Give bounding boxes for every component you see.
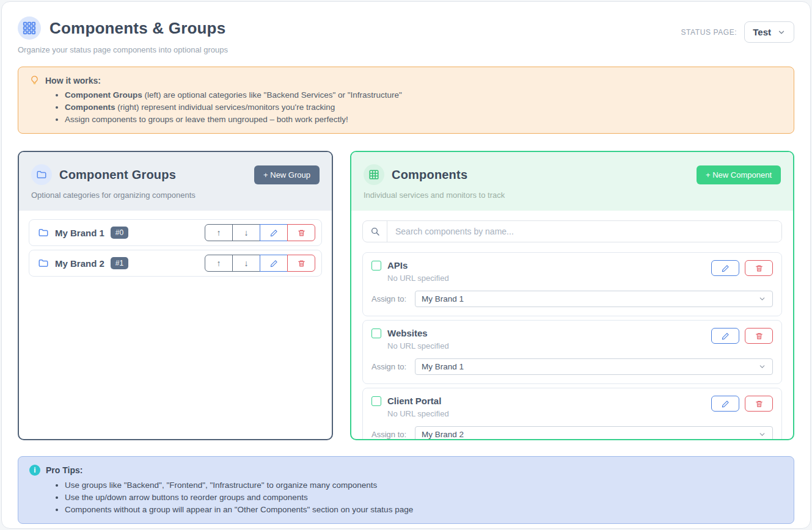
trash-icon — [298, 260, 305, 267]
new-component-button[interactable]: + New Component — [697, 165, 781, 184]
pencil-icon — [722, 400, 730, 408]
assign-group-select[interactable]: My Brand 1 — [415, 291, 773, 307]
components-title: Components — [392, 168, 467, 182]
folder-icon — [31, 164, 52, 185]
components-grid-icon — [18, 16, 41, 40]
move-group-up-button[interactable]: ↑ — [205, 255, 233, 272]
delete-group-button[interactable] — [287, 255, 315, 272]
folder-icon — [38, 258, 49, 269]
how-it-works-list: Component Groups (left) are optional cat… — [65, 90, 783, 124]
trash-icon — [755, 264, 763, 272]
edit-component-button[interactable] — [711, 328, 739, 344]
chevron-down-icon — [758, 295, 766, 303]
component-groups-title: Component Groups — [59, 168, 176, 182]
component-name: Websites — [387, 328, 428, 338]
edit-component-button[interactable] — [711, 396, 739, 412]
assign-to-label: Assign to: — [371, 362, 406, 371]
component-card: APIs No URL specified Assign to: My Bran… — [362, 252, 782, 316]
component-checkbox[interactable] — [371, 261, 381, 270]
trash-icon — [755, 400, 763, 408]
component-card: Client Portal No URL specified Assign to… — [362, 388, 782, 440]
chevron-down-icon — [777, 28, 786, 37]
pro-tips-item: Use groups like "Backend", "Frontend", "… — [65, 481, 783, 490]
assign-to-label: Assign to: — [371, 294, 406, 303]
assign-group-select[interactable]: My Brand 1 — [415, 358, 773, 375]
pencil-icon — [722, 332, 730, 340]
components-panel: Components + New Component Individual se… — [350, 151, 794, 440]
info-icon: i — [29, 465, 40, 476]
delete-component-button[interactable] — [745, 396, 773, 412]
components-header: Components + New Component Individual se… — [351, 152, 793, 211]
component-actions — [711, 396, 773, 412]
group-row: My Brand 2 #1 ↑ ↓ — [29, 250, 322, 277]
how-it-works-box: How it works: Component Groups (left) ar… — [18, 67, 794, 134]
header-left: Components & Groups Organize your status… — [18, 16, 228, 54]
group-order-badge: #0 — [111, 227, 128, 239]
how-it-works-item: Component Groups (left) are optional cat… — [65, 90, 783, 100]
group-actions: ↑ ↓ — [205, 224, 315, 241]
component-groups-panel: Component Groups + New Group Optional ca… — [18, 151, 333, 440]
page-subtitle: Organize your status page components int… — [18, 45, 228, 54]
delete-component-button[interactable] — [745, 328, 773, 344]
status-page-select[interactable]: Test — [744, 21, 794, 43]
table-grid-icon — [364, 164, 384, 185]
move-group-down-button[interactable]: ↓ — [232, 255, 260, 272]
pro-tips-item: Use the up/down arrow buttons to reorder… — [65, 493, 783, 502]
group-order-badge: #1 — [111, 257, 128, 269]
delete-group-button[interactable] — [287, 224, 315, 241]
pencil-icon — [270, 260, 278, 267]
how-it-works-title: How it works: — [45, 76, 101, 85]
delete-component-button[interactable] — [745, 260, 773, 276]
pencil-icon — [722, 264, 730, 272]
component-actions — [711, 260, 773, 276]
search-input[interactable] — [387, 221, 781, 242]
page: Components & Groups Organize your status… — [1, 1, 811, 529]
pro-tips-list: Use groups like "Backend", "Frontend", "… — [65, 481, 783, 514]
status-page-picker: STATUS PAGE: Test — [681, 21, 794, 43]
move-group-up-button[interactable]: ↑ — [205, 224, 233, 241]
status-page-value: Test — [753, 27, 771, 37]
trash-icon — [298, 229, 305, 237]
group-name: My Brand 1 — [55, 228, 104, 238]
component-url-text: No URL specified — [387, 274, 449, 283]
pro-tips-item: Components without a group will appear i… — [65, 505, 783, 514]
pencil-icon — [270, 229, 278, 237]
new-group-button[interactable]: + New Group — [254, 165, 320, 184]
trash-icon — [755, 332, 763, 340]
group-name: My Brand 2 — [55, 258, 104, 269]
move-group-down-button[interactable]: ↓ — [232, 224, 260, 241]
component-groups-subtitle: Optional categories for organizing compo… — [31, 191, 320, 200]
how-it-works-item: Components (right) represent individual … — [65, 103, 783, 112]
edit-group-button[interactable] — [260, 224, 288, 241]
folder-icon — [38, 227, 49, 238]
chevron-down-icon — [758, 363, 766, 371]
components-list: APIs No URL specified Assign to: My Bran… — [351, 211, 793, 440]
status-page-label: STATUS PAGE: — [681, 28, 737, 37]
assign-group-select[interactable]: My Brand 2 — [415, 426, 773, 440]
component-name: APIs — [387, 260, 408, 270]
component-actions — [711, 328, 773, 344]
assign-to-label: Assign to: — [371, 430, 406, 439]
edit-group-button[interactable] — [260, 255, 288, 272]
lightbulb-icon — [29, 75, 40, 85]
edit-component-button[interactable] — [711, 260, 739, 276]
assigned-group-value: My Brand 1 — [422, 362, 464, 371]
component-groups-header: Component Groups + New Group Optional ca… — [19, 152, 332, 211]
pro-tips-title: Pro Tips: — [46, 465, 82, 475]
group-row: My Brand 1 #0 ↑ ↓ — [29, 219, 322, 246]
page-header: Components & Groups Organize your status… — [18, 16, 794, 54]
chevron-down-icon — [758, 430, 766, 438]
pro-tips-box: i Pro Tips: Use groups like "Backend", "… — [18, 456, 794, 524]
assigned-group-value: My Brand 1 — [422, 294, 464, 303]
component-checkbox[interactable] — [371, 329, 381, 338]
component-groups-list: My Brand 1 #0 ↑ ↓ My Brand 2 #1 — [19, 211, 332, 439]
how-it-works-item: Assign components to groups or leave the… — [65, 115, 783, 124]
components-subtitle: Individual services and monitors to trac… — [364, 191, 781, 200]
assigned-group-value: My Brand 2 — [422, 430, 464, 439]
component-url-text: No URL specified — [387, 341, 449, 350]
search-icon — [363, 221, 387, 242]
component-search — [362, 220, 782, 242]
component-name: Client Portal — [387, 396, 441, 406]
panels-row: Component Groups + New Group Optional ca… — [18, 151, 794, 440]
component-checkbox[interactable] — [371, 396, 381, 406]
